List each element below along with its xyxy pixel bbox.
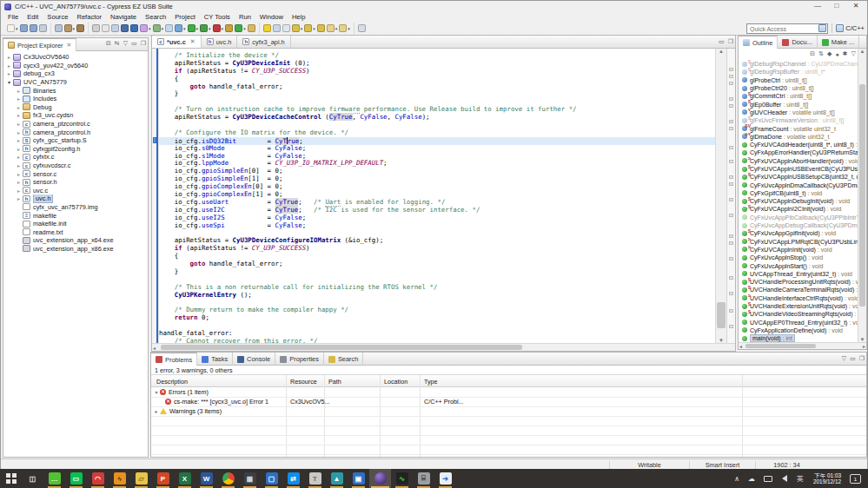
editor-tab--uvc-c[interactable]: c*uvc.c✕ — [152, 36, 202, 48]
outline-item-cyfxuvcappgpifinit[interactable]: SCyFxUvcAppGpifInit(void) : void — [740, 229, 858, 237]
code-line[interactable]: return 0; — [159, 314, 715, 322]
last-edit-icon[interactable] — [317, 23, 325, 34]
column-header-type[interactable]: Type — [424, 378, 438, 386]
view-menu-icon[interactable]: ▽ — [123, 40, 128, 47]
minimize-view-icon[interactable]: ▭ — [850, 355, 856, 362]
expand-arrow-icon[interactable]: ▸ — [16, 121, 22, 127]
tree-item-includes[interactable]: ▸Includes — [3, 95, 148, 103]
minimize-button[interactable]: — — [808, 1, 827, 11]
perspective-label[interactable]: C/C++ — [845, 24, 865, 32]
editor-marker-bar[interactable] — [152, 49, 159, 343]
open-perspective-icon[interactable] — [818, 24, 826, 32]
chrome-taskbar-icon[interactable] — [217, 469, 239, 488]
outline-horizontal-scrollbar[interactable]: ◂ ▸ — [739, 342, 866, 349]
photos-taskbar-icon[interactable]: ▲ — [326, 469, 348, 488]
annotation-marker[interactable] — [729, 182, 733, 186]
tree-item-sensor-c[interactable]: ▸csensor.c — [3, 169, 148, 178]
onedrive-icon[interactable]: ☁ — [748, 475, 755, 483]
expand-arrow-icon[interactable]: ▸ — [153, 408, 160, 414]
outline-item-cyfxuvcapplndmacallback[interactable]: CyFxUvcApplnDmaCallback(CyU3PDmaMultiCha… — [740, 181, 858, 188]
tree-item-fx3-uvc-cydsn[interactable]: ▸fx3_uvc.cydsn — [3, 111, 148, 120]
code-line[interactable]: goto handle_fatal_error; — [159, 260, 715, 268]
word-taskbar-icon[interactable]: W — [195, 469, 217, 488]
save-icon[interactable] — [20, 23, 28, 34]
code-line[interactable]: apiRetStatus = CyU3PDeviceCacheControl (… — [159, 114, 715, 122]
outline-item-cyfxuvcapppibcallback[interactable]: CyFxUvcAppPibCallback(CyU3PPibIntrType, … — [740, 214, 858, 221]
outline-item-uvcappep0thread_entry[interactable]: UVCAppEP0Thread_Entry(uint32_t) : void — [740, 319, 858, 326]
tree-item-cx3uvcov5640[interactable]: ▸Cx3UvcOV5640 — [3, 53, 148, 62]
code-line[interactable]: goto handle_fatal_error; — [159, 83, 715, 91]
tree-item-uvc-extension-app-x64-exe[interactable]: uvc_extension_app_x64.exe — [3, 236, 148, 245]
outline-item-uvchandleprocessingunitrqts[interactable]: SUVCHandleProcessingUnitRqts(void) : voi… — [740, 278, 858, 286]
tree-item-cyfxgpif2config-h[interactable]: ▸hcyfxgpif2config.h — [3, 145, 148, 154]
menu-item-cy-tools[interactable]: CY Tools — [200, 12, 235, 22]
menu-item-window[interactable]: Window — [255, 12, 288, 22]
powerpoint-taskbar-icon[interactable]: P — [152, 469, 174, 488]
minimize-view-icon[interactable]: ▭ — [131, 40, 137, 47]
eclipse-taskbar-icon[interactable] — [369, 469, 391, 488]
app-red-taskbar-icon[interactable]: ◠ — [87, 469, 109, 488]
annotation-marker[interactable] — [729, 146, 733, 149]
outline-item-cyfxapplicationdefine[interactable]: CyFxApplicationDefine(void) : void — [740, 326, 858, 334]
tree-item-uvc-extension-app-x86-exe[interactable]: uvc_extension_app_x86.exe — [3, 245, 148, 254]
column-header-path[interactable]: Path — [328, 378, 341, 386]
cpp-perspective-icon[interactable] — [836, 24, 844, 32]
profile-icon[interactable]: ▾ — [213, 23, 224, 34]
outline-item-uvcappthread_entry[interactable]: UVCAppThread_Entry(uint32_t) : void — [740, 270, 858, 278]
expand-arrow-icon[interactable]: ▸ — [16, 188, 22, 194]
tree-item-camera-ptzcontrol-h[interactable]: ▸hcamera_ptzcontrol.h — [3, 128, 148, 136]
tab-project-explorer[interactable]: Project Explorer ✕ — [3, 38, 76, 51]
clock[interactable]: 下午 01:03 2019/12/12 — [813, 472, 841, 485]
teamviewer-taskbar-icon[interactable]: ⇄ — [282, 469, 304, 488]
hide-fields-icon[interactable]: ◆ — [827, 50, 832, 57]
view-menu-icon[interactable]: ▽ — [851, 50, 856, 57]
problems-row[interactable]: ✕cs-make: *** [cycx3_uvc.o] Error 1Cx3Uv… — [151, 397, 866, 406]
maximize-button[interactable]: □ — [827, 1, 846, 11]
expand-arrow-icon[interactable]: ▸ — [16, 195, 22, 201]
task-view-taskbar-icon[interactable]: ◫ — [22, 469, 43, 488]
outline-item-cyfxuvcapplnstop[interactable]: CyFxUvcApplnStop() : void — [740, 254, 858, 261]
code-line[interactable]: /* Configure the IO matrix for the devic… — [159, 129, 715, 137]
tree-item-uvc-h[interactable]: ▸huvc.h — [3, 195, 148, 203]
outline-item-uvchandleinterfacectrlrqts[interactable]: SUVCHandleInterfaceCtrlRqts(void) : void — [740, 294, 858, 302]
block-select-icon[interactable] — [273, 23, 281, 34]
editor-vertical-scrollbar[interactable]: ▲ ▼ — [715, 49, 726, 343]
tree-item-cyfx-gcc-startup-s[interactable]: ▸Scyfx_gcc_startup.S — [3, 136, 148, 145]
tree-item-sensor-h[interactable]: ▸hsensor.h — [3, 178, 148, 187]
scroll-left-icon[interactable]: ◂ — [739, 343, 742, 349]
expand-arrow-icon[interactable]: ▸ — [6, 54, 12, 60]
annotation-marker[interactable] — [729, 198, 733, 201]
expand-arrow-icon[interactable]: ▸ — [6, 63, 12, 69]
annotation-marker[interactable] — [729, 325, 733, 328]
outline-tab-docu[interactable]: Docu... — [778, 36, 817, 49]
outline-item-uvchandleextensionunitrqts[interactable]: SUVCHandleExtensionUnitRqts(void) : void — [740, 302, 858, 310]
view-menu-icon[interactable]: ▽ — [842, 355, 846, 362]
code-line[interactable]: CyU3PKernelEntry (); — [159, 292, 715, 300]
outline-item-cyfxuvcapplpmrqtcb[interactable]: SCyFxUVCAppLPMRqtCB(CyU3PUsbLinkPowerMod… — [740, 238, 858, 246]
tree-item-makefile-init[interactable]: makefile.init — [3, 220, 148, 228]
flash-taskbar-icon[interactable]: ϟ — [109, 469, 130, 488]
wechat-taskbar-icon[interactable]: … — [43, 469, 65, 488]
outline-item-cyfxuvcaddheader[interactable]: CyFxUVCAddHeader(uint8_t*, uint8_t) : vo… — [740, 141, 858, 148]
coverage-icon[interactable] — [225, 23, 233, 34]
annotation-marker[interactable] — [729, 127, 733, 130]
outline-tab-make[interactable]: Make ... — [818, 36, 859, 49]
tree-item-cycx3-yuv422-ov5640[interactable]: ▸cycx3_yuv422_ov5640 — [3, 62, 148, 70]
expand-arrow-icon[interactable]: ▸ — [16, 112, 22, 118]
cut-icon[interactable] — [92, 23, 100, 34]
app-t-taskbar-icon[interactable]: T — [304, 469, 326, 488]
expand-arrow-icon[interactable]: ▸ — [16, 96, 22, 102]
code-line[interactable] — [159, 322, 715, 330]
expand-arrow-icon[interactable]: ▸ — [16, 88, 22, 94]
bottom-tab-properties[interactable]: Properties — [275, 353, 324, 366]
annotation-marker[interactable] — [729, 75, 733, 78]
code-line[interactable]: /* Dummy return to make the compiler hap… — [159, 307, 715, 314]
maximize-view-icon[interactable]: ❐ — [859, 355, 865, 362]
outline-item-main[interactable]: main(void) : int — [740, 334, 858, 342]
tree-item-readme-txt[interactable]: readme.txt — [3, 228, 148, 236]
menu-item-run[interactable]: Run — [235, 12, 255, 22]
link-with-editor-icon[interactable]: ⇆ — [115, 40, 120, 47]
annotation-marker[interactable] — [729, 241, 733, 245]
column-header-resource[interactable]: Resource — [290, 378, 317, 386]
show-whitespace-icon[interactable] — [282, 23, 290, 34]
